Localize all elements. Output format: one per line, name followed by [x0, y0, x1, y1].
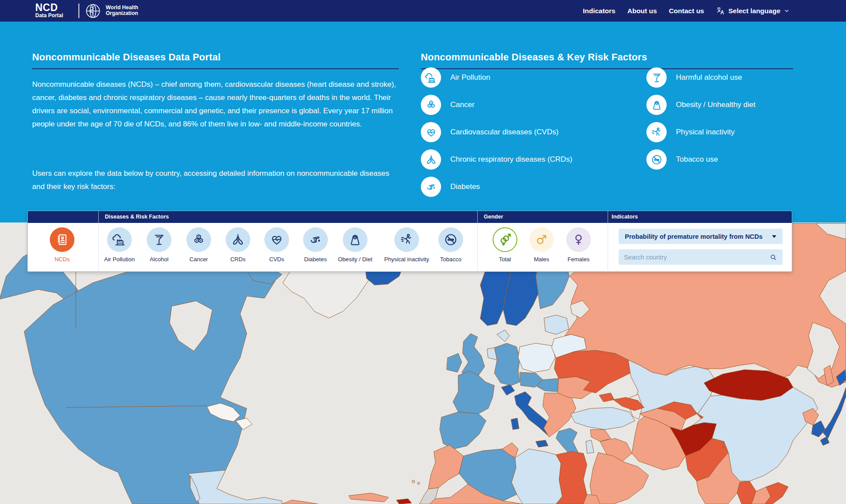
section-divider [608, 211, 608, 272]
diseases-section-header: Diseases & Risk Factors [105, 211, 169, 223]
blood-glucose-icon [303, 227, 328, 252]
risk-item-obesity[interactable]: Obesity / Unhealthy diet [646, 95, 755, 115]
who-emblem-icon[interactable] [85, 3, 101, 19]
dropdown-caret-icon [772, 235, 776, 238]
filter-obesity-diet[interactable]: Obesity / Diet [326, 227, 384, 263]
intro-paragraph-2: Users can explore the data below by coun… [32, 167, 403, 193]
intro-paragraph-1: Noncommunicable diseases (NCDs) – chief … [32, 78, 403, 131]
weight-scale-icon [343, 227, 367, 252]
language-selector[interactable]: Select language [716, 6, 790, 15]
brand-subtitle: Data Portal [35, 13, 63, 19]
weight-scale-icon [646, 95, 667, 115]
risk-item-air-pollution[interactable]: Air Pollution [421, 67, 490, 88]
cancer-cells-icon [421, 95, 441, 115]
filter-ncds[interactable]: NCDs [33, 227, 91, 263]
title-underline [32, 68, 399, 69]
heart-pulse-icon [421, 122, 441, 142]
country-search-input[interactable] [624, 254, 769, 261]
brand-divider [78, 4, 79, 18]
chevron-down-icon [783, 7, 790, 14]
risk-item-tobacco[interactable]: Tobacco use [646, 149, 718, 170]
who-logo-text: World Health Organization [106, 5, 138, 16]
lungs-icon [226, 227, 250, 252]
top-navbar: NCD Data Portal World Health Organizatio… [0, 0, 846, 22]
risk-item-cancer[interactable]: Cancer [421, 95, 475, 115]
risk-item-cvds[interactable]: Cardiovascular diseases (CVDs) [421, 122, 559, 142]
nav-link-contact-us[interactable]: Contact us [669, 7, 704, 15]
page-title: Noncommunicable Diseases Data Portal [32, 52, 221, 63]
nav-link-indicators[interactable]: Indicators [583, 7, 616, 15]
search-icon[interactable] [769, 253, 777, 261]
ncd-logo[interactable]: NCD Data Portal [35, 3, 63, 19]
indicators-section-header: Indicators [612, 211, 638, 223]
indicator-dropdown-value: Probability of premature mortality from … [625, 233, 772, 240]
country-search[interactable] [619, 249, 783, 265]
cancer-cells-icon [186, 227, 211, 252]
female-icon [566, 227, 591, 252]
nav-link-about-us[interactable]: About us [627, 7, 657, 15]
filter-gender-females[interactable]: Females [549, 227, 608, 263]
risk-item-diabetes[interactable]: Diabetes [421, 177, 480, 197]
brand-title: NCD [35, 3, 63, 13]
runner-icon [394, 227, 419, 252]
translate-icon [716, 6, 725, 15]
risk-item-alcohol[interactable]: Harmful alcohol use [646, 67, 742, 88]
no-smoking-icon [438, 227, 463, 252]
risk-item-physical-inactivity[interactable]: Physical inactivity [646, 122, 735, 142]
gender-section-header: Gender [484, 211, 503, 223]
air-pollution-icon [107, 227, 132, 252]
filter-tobacco[interactable]: Tobacco [422, 227, 480, 263]
filter-panel: Diseases & Risk Factors Gender Indicator… [27, 211, 792, 272]
no-smoking-icon [646, 149, 667, 170]
language-selector-label: Select language [728, 7, 780, 15]
indicator-dropdown[interactable]: Probability of premature mortality from … [619, 229, 783, 244]
runner-icon [646, 122, 667, 142]
ncd-report-icon [50, 227, 74, 252]
cocktail-icon [147, 227, 171, 252]
cocktail-icon [646, 67, 667, 88]
heart-pulse-icon [264, 227, 289, 252]
ncd-data-portal-page: NCD Data Portal World Health Organizatio… [0, 0, 846, 504]
risk-fact-heading: Noncommunicable Diseases & Key Risk Fact… [421, 52, 647, 63]
navbar-menu: Indicators About us Contact us Select la… [583, 0, 790, 22]
blood-glucose-icon [421, 177, 441, 197]
air-pollution-icon [421, 67, 441, 88]
hero-section: Noncommunicable Diseases Data Portal Non… [0, 22, 846, 222]
risk-item-crds[interactable]: Chronic respiratory diseases (CRDs) [421, 149, 572, 170]
lungs-icon [421, 149, 441, 170]
